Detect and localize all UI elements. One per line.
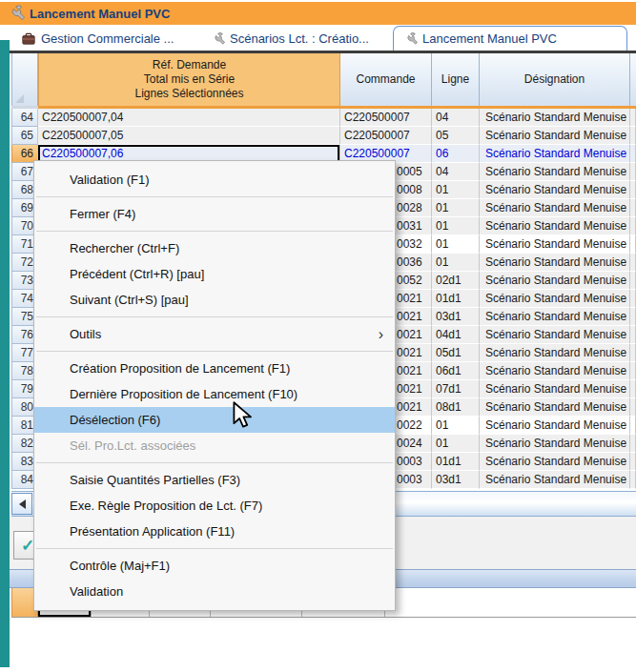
cell-designation[interactable]: Scénario Standard Menuise	[480, 235, 630, 254]
cell-ligne[interactable]: 08d1	[432, 398, 480, 417]
cell-commande-text: 0024	[397, 437, 422, 450]
cell-designation[interactable]: Scénario Standard Menuise	[480, 290, 630, 308]
cell-ligne[interactable]: 03d1	[432, 308, 480, 326]
cell-commande[interactable]: C220500007	[340, 109, 432, 127]
menu-item-pr-c-dent-ctrl-r-pau[interactable]: Précédent (Ctrl+R) [pau]	[34, 261, 395, 287]
cell-ligne[interactable]: 01	[432, 181, 480, 199]
cell-ligne[interactable]: 01	[432, 235, 480, 254]
menu-item-validation-f1[interactable]: Validation (F1)	[34, 167, 395, 193]
column-header-rownum[interactable]	[11, 53, 38, 106]
cell-designation[interactable]: Scénario Standard Menuise	[480, 417, 630, 435]
cell-designation[interactable]: Scénario Standard Menuise	[480, 217, 630, 235]
scroll-left-button[interactable]	[11, 493, 32, 515]
cell-designation[interactable]: Scénario Standard Menuise	[480, 308, 630, 326]
cell-designation[interactable]: Scénario Standard Menuise	[480, 471, 630, 489]
column-header-ligne[interactable]: Ligne	[432, 53, 480, 106]
menu-item-label: Précédent (Ctrl+R) [pau]	[70, 267, 383, 281]
cell-designation[interactable]: Scénario Standard Menuise	[480, 199, 630, 217]
menu-item-label: Désélection (F6)	[70, 413, 383, 427]
cell-commande-text: C220500007	[344, 147, 410, 160]
application-window: Lancement Manuel PVC Gestion Commerciale…	[0, 0, 636, 672]
cell-ligne[interactable]: 05d1	[432, 344, 480, 362]
menu-separator	[36, 351, 393, 352]
cell-ligne[interactable]: 04	[432, 109, 480, 127]
menu-item-cr-ation-proposition-de-lancement-f1[interactable]: Création Proposition de Lancement (F1)	[34, 356, 395, 381]
tab-bar: Gestion Commerciale ... Scénarios Lct. :…	[0, 25, 636, 51]
menu-item-exe-r-gle-proposition-de-lct-f7[interactable]: Exe. Règle Proposition de Lct. (F7)	[34, 493, 395, 519]
window-titlebar: Lancement Manuel PVC	[0, 2, 636, 25]
column-header-designation[interactable]: Désignation	[480, 53, 630, 106]
menu-item-pr-sentation-application-f11[interactable]: Présentation Application (F11)	[34, 519, 395, 544]
cell-commande-text: 0021	[397, 364, 422, 377]
cell-row-number[interactable]: 65	[11, 127, 38, 145]
cell-ligne[interactable]: 01	[432, 217, 480, 235]
cell-designation[interactable]: Scénario Standard Menuise	[480, 145, 630, 163]
cell-designation[interactable]: Scénario Standard Menuise	[480, 344, 630, 362]
menu-separator	[36, 196, 393, 197]
cell-ligne[interactable]: 04d1	[432, 326, 480, 344]
cell-ligne[interactable]: 01	[432, 435, 480, 453]
cell-filler	[630, 471, 636, 489]
tab-lancement-manuel-pvc[interactable]: Lancement Manuel PVC	[393, 26, 627, 51]
column-header-ref-demande[interactable]: Réf. Demande Total mis en Série Lignes S…	[38, 53, 340, 106]
menu-item-derni-re-proposition-de-lancement-f10[interactable]: Dernière Proposition de Lancement (F10)	[34, 381, 395, 407]
menu-item-label: Contrôle (Maj+F1)	[70, 559, 383, 573]
menu-item-label: Sél. Pro.Lct. associées	[70, 438, 383, 453]
tab-gestion-commerciale[interactable]: Gestion Commerciale ...	[21, 27, 174, 51]
cell-commande-text: 0003	[397, 473, 422, 486]
cell-designation[interactable]: Scénario Standard Menuise	[480, 435, 630, 453]
cell-ligne[interactable]: 06	[432, 145, 480, 163]
table-row[interactable]: 64C220500007,04C22050000704Scénario Stan…	[11, 109, 636, 127]
header-line: Total mis en Série	[134, 72, 243, 87]
cell-ref-demande[interactable]: C220500007,05	[38, 127, 340, 145]
cell-designation[interactable]: Scénario Standard Menuise	[480, 127, 630, 145]
cell-ligne[interactable]: 01	[432, 199, 480, 217]
cell-designation[interactable]: Scénario Standard Menuise	[480, 272, 630, 290]
cell-ligne[interactable]: 05	[432, 127, 480, 145]
menu-item-outils[interactable]: Outils›	[34, 321, 395, 347]
mouse-cursor	[232, 401, 256, 428]
cell-row-number[interactable]: 64	[11, 109, 38, 127]
table-row[interactable]: 65C220500007,05C22050000705Scénario Stan…	[11, 127, 636, 145]
cell-ligne[interactable]: 04	[432, 163, 480, 181]
cell-filler	[630, 109, 636, 127]
cell-ligne[interactable]: 06d1	[432, 362, 480, 380]
cell-commande-text: C220500007	[344, 129, 410, 142]
tab-scenarios-lct[interactable]: Scénarios Lct. : Créatio...	[210, 27, 369, 51]
cell-ref-demande[interactable]: C220500007,04	[38, 109, 340, 127]
menu-item-suivant-ctrl-s-pau[interactable]: Suivant (Ctrl+S) [pau]	[34, 287, 395, 313]
tab-label: Scénarios Lct. : Créatio...	[230, 31, 369, 46]
menu-item-validation[interactable]: Validation	[34, 579, 395, 604]
cell-designation[interactable]: Scénario Standard Menuise	[480, 109, 630, 127]
menu-item-saisie-quantit-s-partielles-f3[interactable]: Saisie Quantités Partielles (F3)	[34, 467, 395, 493]
cell-designation[interactable]: Scénario Standard Menuise	[480, 453, 630, 471]
cell-filler	[630, 417, 636, 435]
cell-filler	[630, 235, 636, 254]
header-label: Commande	[356, 72, 415, 87]
wrench-icon	[6, 4, 25, 23]
cell-designation[interactable]: Scénario Standard Menuise	[480, 380, 630, 398]
cell-designation[interactable]: Scénario Standard Menuise	[480, 254, 630, 272]
cell-designation[interactable]: Scénario Standard Menuise	[480, 398, 630, 417]
menu-item-rechercher-ctrl-f[interactable]: Rechercher (Ctrl+F)	[34, 235, 395, 261]
cell-filler	[630, 362, 636, 380]
cell-filler	[630, 308, 636, 326]
cell-designation[interactable]: Scénario Standard Menuise	[480, 181, 630, 199]
cell-ligne[interactable]: 02d1	[432, 272, 480, 290]
menu-item-fermer-f4[interactable]: Fermer (F4)	[34, 201, 395, 227]
cell-filler	[630, 181, 636, 199]
cell-designation[interactable]: Scénario Standard Menuise	[480, 163, 630, 181]
cell-ligne[interactable]: 01	[432, 254, 480, 272]
cell-commande[interactable]: C220500007	[340, 127, 432, 145]
cell-ligne[interactable]: 07d1	[432, 380, 480, 398]
cell-ligne[interactable]: 01	[432, 417, 480, 435]
column-header-commande[interactable]: Commande	[340, 53, 432, 106]
cell-designation[interactable]: Scénario Standard Menuise	[480, 362, 630, 380]
select-all-corner-icon	[15, 94, 24, 103]
cell-ligne[interactable]: 03d1	[432, 471, 480, 489]
menu-item-d-s-lection-f6[interactable]: Désélection (F6)	[34, 407, 395, 433]
cell-designation[interactable]: Scénario Standard Menuise	[480, 326, 630, 344]
cell-ligne[interactable]: 01d1	[432, 290, 480, 308]
menu-item-contr-le-maj-f1[interactable]: Contrôle (Maj+F1)	[34, 553, 395, 579]
cell-ligne[interactable]: 01d1	[432, 453, 480, 471]
